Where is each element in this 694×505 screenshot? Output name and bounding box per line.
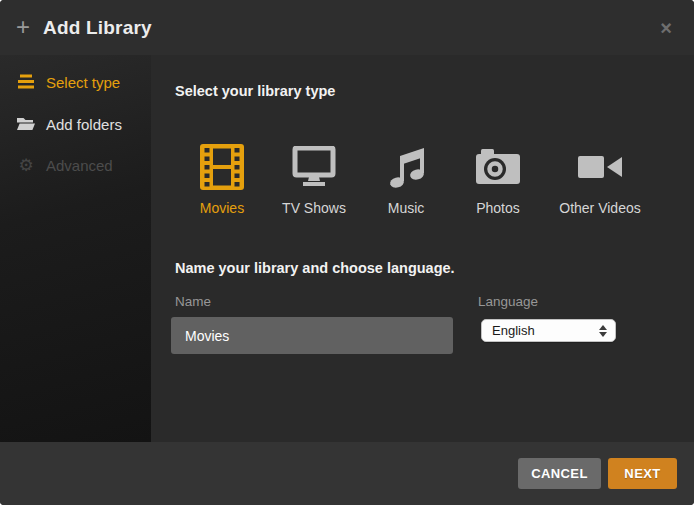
library-type-label: Photos [476, 200, 520, 216]
library-name-input[interactable] [171, 317, 453, 354]
sidebar-item-label: Add folders [46, 116, 122, 133]
sidebar-item-label: Advanced [46, 157, 113, 174]
sidebar-item-select-type[interactable]: Select type [16, 70, 120, 94]
library-type-photos[interactable]: Photos [458, 143, 538, 216]
camcorder-icon [578, 143, 622, 191]
library-type-label: Movies [200, 200, 244, 216]
language-selected-value: English [482, 323, 599, 338]
library-type-label: TV Shows [282, 200, 346, 216]
list-lines-icon [16, 72, 36, 92]
language-field-label: Language [478, 294, 538, 309]
library-type-movies[interactable]: Movies [182, 143, 262, 216]
library-type-other-videos[interactable]: Other Videos [550, 143, 650, 216]
dialog-header: + Add Library × [0, 0, 694, 55]
library-type-tv-shows[interactable]: TV Shows [274, 143, 354, 216]
language-select[interactable]: English [481, 319, 616, 342]
close-icon[interactable]: × [654, 14, 678, 42]
name-section-title: Name your library and choose language. [175, 260, 455, 276]
library-type-label: Other Videos [559, 200, 640, 216]
select-arrows-icon [599, 325, 607, 337]
dialog-footer: CANCEL NEXT [0, 442, 694, 505]
library-type-music[interactable]: Music [366, 143, 446, 216]
sidebar-item-advanced[interactable]: ⚙ Advanced [16, 153, 113, 177]
dialog-title: Add Library [43, 17, 152, 39]
dialog-sidebar: Select type Add folders ⚙ Advanced [0, 55, 151, 442]
folder-icon [16, 116, 36, 132]
add-library-dialog: + Add Library × Select type Add fold [0, 0, 694, 505]
sidebar-item-add-folders[interactable]: Add folders [16, 112, 122, 136]
library-type-row: Movies TV Shows [182, 143, 650, 216]
name-field-label: Name [175, 294, 211, 309]
gear-icon: ⚙ [16, 157, 36, 174]
dialog-content: Select your library type [151, 55, 694, 442]
cancel-button[interactable]: CANCEL [518, 458, 601, 489]
next-button[interactable]: NEXT [608, 458, 677, 489]
sidebar-item-label: Select type [46, 74, 120, 91]
library-type-label: Music [388, 200, 425, 216]
camera-icon [476, 143, 520, 191]
tv-icon [291, 143, 337, 191]
plus-icon: + [16, 15, 30, 39]
library-type-section-title: Select your library type [175, 83, 335, 99]
film-icon [200, 143, 244, 191]
music-note-icon [386, 143, 426, 191]
